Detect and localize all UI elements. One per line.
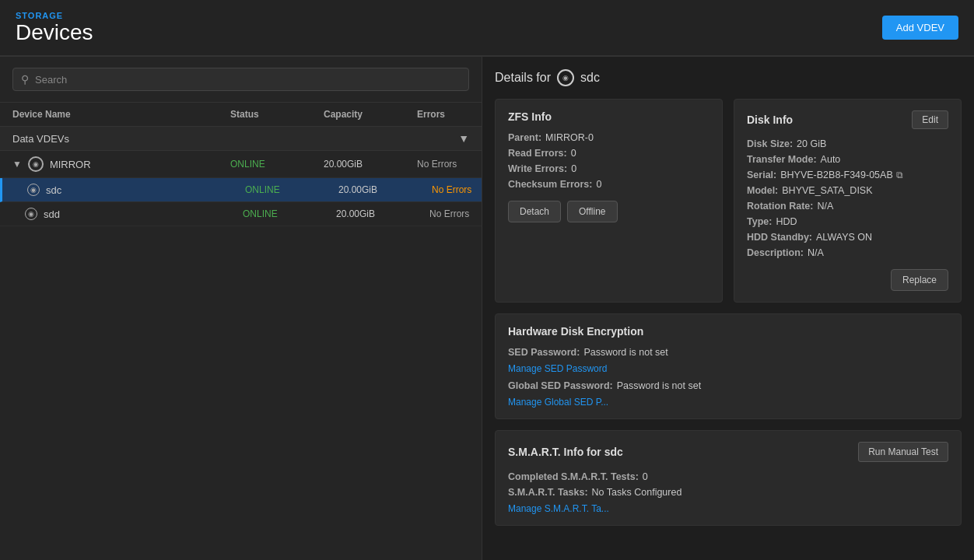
global-sed-value: Password is not set [617,380,701,391]
hdd-standby-row: HDD Standby: ALWAYS ON [747,232,948,243]
zfs-info-card: ZFS Info Parent: MIRROR-0 Read Errors: 0… [495,99,723,303]
vdevs-group-label: Data VDEVs [12,133,69,145]
details-disk-icon: ◉ [557,69,574,86]
zfs-parent-label: Parent: [508,132,541,143]
devices-label: Devices [16,20,93,45]
smart-tasks-value: No Tasks Configured [592,487,682,498]
table-header: Device Name Status Capacity Errors [0,103,482,127]
zfs-info-title: ZFS Info [508,110,709,123]
model-row: Model: BHYVE_SATA_DISK [747,185,948,196]
details-device-name: sdc [580,71,600,85]
smart-completed-label: Completed S.M.A.R.T. Tests: [508,471,639,482]
sdc-disk-icon: ◉ [27,184,40,196]
run-manual-test-button[interactable]: Run Manual Test [858,442,948,462]
encryption-title: Hardware Disk Encryption [508,325,948,338]
model-value: BHYVE_SATA_DISK [782,185,872,196]
smart-card: S.M.A.R.T. Info for sdc Run Manual Test … [495,430,962,526]
transfer-mode-row: Transfer Mode: Auto [747,154,948,165]
smart-tasks-label: S.M.A.R.T. Tasks: [508,487,588,498]
smart-completed-row: Completed S.M.A.R.T. Tests: 0 [508,471,948,482]
details-top-row: ZFS Info Parent: MIRROR-0 Read Errors: 0… [495,99,962,303]
sdc-status: ONLINE [245,184,338,195]
type-label: Type: [747,216,772,227]
main-layout: ⚲ Device Name Status Capacity Errors Dat… [0,57,974,560]
manage-global-sed-link[interactable]: Manage Global SED P... [508,397,608,408]
mirror-name-cell: ▼ ◉ MIRROR [12,156,230,172]
smart-tasks-row: S.M.A.R.T. Tasks: No Tasks Configured [508,487,948,498]
sdd-device-row[interactable]: ◉ sdd ONLINE 20.00GiB No Errors [0,202,482,226]
zfs-read-errors-label: Read Errors: [508,148,567,159]
zfs-checksum-errors-value: 0 [596,179,601,190]
manage-smart-link[interactable]: Manage S.M.A.R.T. Ta... [508,503,609,514]
vdevs-group-row[interactable]: Data VDEVs ▼ [0,127,482,151]
search-bar-wrap: ⚲ [0,57,482,103]
col-device-name: Device Name [12,109,230,120]
zfs-parent-row: Parent: MIRROR-0 [508,132,709,143]
type-row: Type: HDD [747,216,948,227]
zfs-checksum-errors-row: Checksum Errors: 0 [508,179,709,190]
sed-password-value: Password is not set [583,347,667,358]
sdc-capacity: 20.00GiB [338,184,432,195]
rotation-rate-value: N/A [817,201,833,212]
hdd-standby-label: HDD Standby: [747,232,812,243]
description-row: Description: N/A [747,247,948,258]
encryption-card: Hardware Disk Encryption SED Password: P… [495,313,962,419]
manage-sed-link[interactable]: Manage SED Password [508,363,607,374]
model-label: Model: [747,185,778,196]
rotation-rate-row: Rotation Rate: N/A [747,201,948,212]
mirror-status: ONLINE [230,159,324,170]
mirror-name: MIRROR [50,159,91,170]
serial-row: Serial: BHYVE-B2B8-F349-05AB ⧉ [747,170,948,180]
sdd-capacity: 20.00GiB [336,208,429,219]
sed-password-row: SED Password: Password is not set [508,347,948,358]
sdd-name: sdd [44,208,60,220]
transfer-mode-value: Auto [821,154,841,165]
sdd-disk-icon: ◉ [25,208,37,220]
detach-button[interactable]: Detach [508,201,561,222]
global-sed-label: Global SED Password: [508,380,613,391]
add-vdev-button[interactable]: Add VDEV [882,16,958,40]
sdd-status: ONLINE [243,208,336,219]
sdc-name: sdc [46,184,61,196]
app-header: STORAGE Devices Add VDEV [0,0,974,56]
hdd-standby-value: ALWAYS ON [816,232,872,243]
serial-label: Serial: [747,170,776,180]
zfs-checksum-errors-label: Checksum Errors: [508,179,592,190]
col-capacity: Capacity [324,109,417,120]
rotation-rate-label: Rotation Rate: [747,201,813,212]
edit-button[interactable]: Edit [912,110,948,129]
storage-label: STORAGE [16,11,93,20]
page-title-block: STORAGE Devices [16,11,93,45]
copy-icon[interactable]: ⧉ [896,170,903,180]
description-label: Description: [747,247,804,258]
disk-info-title: Disk Info [747,114,793,126]
search-icon: ⚲ [21,73,29,86]
replace-button[interactable]: Replace [891,269,948,291]
search-input[interactable] [35,74,461,86]
zfs-read-errors-row: Read Errors: 0 [508,148,709,159]
expand-icon: ▼ [12,159,22,170]
mirror-device-row[interactable]: ▼ ◉ MIRROR ONLINE 20.00GiB No Errors [0,151,482,178]
zfs-write-errors-value: 0 [571,163,576,174]
sed-password-label: SED Password: [508,347,580,358]
details-title-prefix: Details for [495,71,551,85]
right-panel: Details for ◉ sdc ZFS Info Parent: MIRRO… [482,57,974,560]
mirror-capacity: 20.00GiB [324,159,417,170]
offline-button[interactable]: Offline [567,201,617,222]
disk-info-card: Disk Info Edit Disk Size: 20 GiB Transfe… [734,99,962,303]
global-sed-row: Global SED Password: Password is not set [508,380,948,391]
serial-value: BHYVE-B2B8-F349-05AB [780,170,893,180]
col-status: Status [230,109,324,120]
smart-completed-value: 0 [643,471,648,482]
smart-header: S.M.A.R.T. Info for sdc Run Manual Test [508,442,948,462]
description-value: N/A [808,247,824,258]
chevron-down-icon: ▼ [458,132,469,145]
zfs-actions: Detach Offline [508,201,709,222]
zfs-write-errors-label: Write Errors: [508,163,567,174]
sdc-device-row[interactable]: ◉ sdc ONLINE 20.00GiB No Errors [0,178,482,202]
details-header: Details for ◉ sdc [495,69,962,86]
sdd-name-cell: ◉ sdd [25,208,243,220]
transfer-mode-label: Transfer Mode: [747,154,817,165]
left-panel: ⚲ Device Name Status Capacity Errors Dat… [0,57,482,560]
zfs-write-errors-row: Write Errors: 0 [508,163,709,174]
